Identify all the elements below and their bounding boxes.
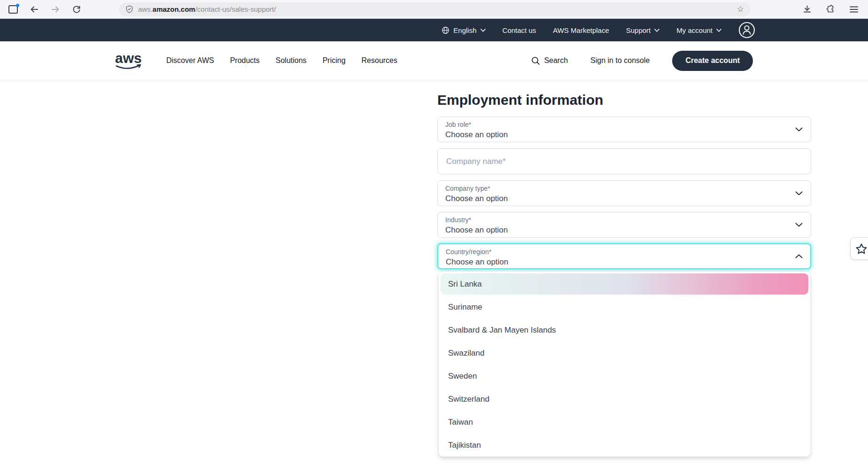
nav-solutions[interactable]: Solutions	[276, 56, 307, 65]
job-role-select[interactable]: Job role* Choose an option	[437, 117, 811, 142]
reload-icon[interactable]	[71, 4, 82, 15]
chevron-down-icon	[795, 127, 803, 132]
url-bar[interactable]: aws.amazon.com/contact-us/sales-support/…	[119, 2, 751, 16]
company-type-value: Choose an option	[445, 194, 803, 203]
url-domain: amazon.com	[153, 5, 195, 13]
option-svalbard[interactable]: Svalbard & Jan Mayen Islands	[441, 319, 808, 341]
support-label: Support	[626, 26, 651, 34]
option-sri-lanka[interactable]: Sri Lanka	[441, 273, 808, 295]
aws-logo[interactable]: aws	[114, 50, 145, 71]
profile-avatar-icon[interactable]	[738, 22, 755, 39]
contact-us-label: Contact us	[503, 26, 536, 34]
topbar-support[interactable]: Support	[626, 26, 660, 34]
favorite-star-button[interactable]	[850, 237, 868, 260]
search-label: Search	[544, 56, 568, 65]
back-icon[interactable]	[29, 4, 40, 15]
url-path: /contact-us/sales-support/	[195, 5, 276, 13]
create-account-button[interactable]: Create account	[672, 51, 753, 71]
aws-top-utility-bar: English Contact us AWS Marketplace Suppo…	[0, 19, 868, 41]
nav-search[interactable]: Search	[531, 56, 568, 65]
country-region-select[interactable]: Country/region* Choose an option	[437, 243, 811, 269]
option-sweden[interactable]: Sweden	[441, 365, 808, 387]
svg-text:aws: aws	[115, 50, 142, 66]
chevron-down-icon	[716, 29, 721, 32]
company-name-field[interactable]	[437, 148, 811, 174]
chevron-down-icon	[654, 29, 659, 32]
option-suriname[interactable]: Suriname	[441, 296, 808, 318]
option-switzerland[interactable]: Switzerland	[441, 389, 808, 410]
tab-overview-icon[interactable]	[8, 4, 19, 15]
country-region-label: Country/region*	[446, 248, 803, 256]
job-role-label: Job role*	[445, 121, 803, 129]
nav-resources[interactable]: Resources	[362, 56, 397, 65]
sign-in-to-console-link[interactable]: Sign in to console	[590, 56, 650, 65]
chevron-down-icon	[795, 191, 803, 195]
nav-products[interactable]: Products	[230, 56, 260, 65]
menu-hamburger-icon[interactable]	[848, 4, 860, 15]
search-icon	[531, 56, 540, 65]
language-label: English	[453, 26, 476, 34]
option-tajikistan[interactable]: Tajikistan	[441, 435, 808, 456]
country-region-value: Choose an option	[446, 257, 803, 267]
country-dropdown-menu: Sri Lanka Suriname Svalbard & Jan Mayen …	[439, 272, 810, 457]
industry-select[interactable]: Industry* Choose an option	[437, 212, 811, 238]
company-type-select[interactable]: Company type* Choose an option	[437, 180, 811, 206]
topbar-aws-marketplace[interactable]: AWS Marketplace	[553, 26, 609, 34]
option-swaziland[interactable]: Swaziland	[441, 342, 808, 364]
url-text: aws.amazon.com/contact-us/sales-support/	[138, 5, 276, 13]
chevron-down-icon	[480, 29, 486, 32]
page-title: Employment information	[437, 92, 603, 108]
job-role-value: Choose an option	[445, 130, 803, 140]
browser-chrome: aws.amazon.com/contact-us/sales-support/…	[0, 0, 868, 19]
aws-marketplace-label: AWS Marketplace	[553, 26, 609, 34]
extensions-puzzle-icon[interactable]	[825, 4, 836, 15]
company-type-label: Company type*	[445, 185, 803, 193]
industry-value: Choose an option	[445, 225, 803, 235]
chevron-up-icon	[795, 254, 803, 258]
bookmark-star-icon[interactable]: ☆	[737, 5, 744, 13]
aws-main-nav: aws Discover AWS Products Solutions Pric…	[0, 41, 868, 80]
my-account-label: My account	[676, 26, 713, 34]
nav-pricing[interactable]: Pricing	[323, 56, 346, 65]
chevron-down-icon	[795, 223, 803, 227]
downloads-icon[interactable]	[801, 4, 813, 15]
topbar-my-account[interactable]: My account	[676, 26, 721, 34]
globe-icon	[442, 26, 450, 34]
industry-label: Industry*	[445, 216, 803, 224]
option-taiwan[interactable]: Taiwan	[441, 412, 808, 433]
shield-permissions-icon[interactable]	[125, 5, 133, 13]
star-icon	[856, 243, 867, 254]
language-selector[interactable]: English	[442, 26, 485, 34]
nav-discover-aws[interactable]: Discover AWS	[166, 56, 214, 65]
company-name-input[interactable]	[445, 156, 803, 167]
forward-icon[interactable]	[50, 4, 61, 15]
topbar-contact-us[interactable]: Contact us	[503, 26, 536, 34]
url-prefix: aws.	[138, 5, 153, 13]
